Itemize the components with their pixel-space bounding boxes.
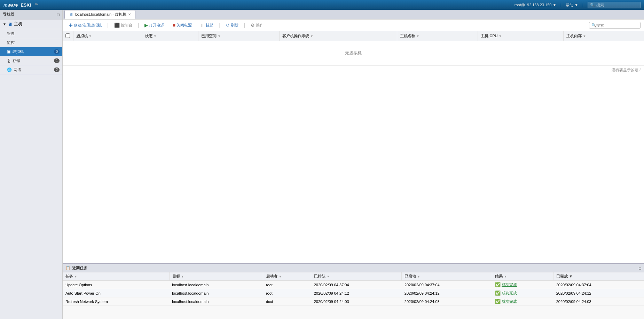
task-row[interactable]: Update Optionslocalhost.localdomainroot2… [63,281,644,289]
sort-status-icon: ▼ [154,34,157,38]
select-all-col[interactable] [63,31,73,41]
success-icon: ✅ [495,299,501,304]
task-row[interactable]: Auto Start Power Onlocalhost.localdomain… [63,289,644,297]
sidebar-item-network[interactable]: 🌐 网络 2 [0,65,62,74]
power-off-icon: ■ [173,23,175,28]
actions-label: 操作 [256,23,264,28]
pipe-separator2: | [582,3,583,7]
manage-label: 管理 [7,31,15,36]
main-tab[interactable]: 🖥 localhost.localdomain - 虚拟机 ✕ [64,10,135,19]
storage-icon: 🗄 [7,59,11,63]
sidebar-item-storage[interactable]: 🗄 存储 1 [0,56,62,65]
collapse-icon[interactable]: □ [57,12,60,17]
create-vm-button[interactable]: ✚ 创建/注册虚拟机 [66,22,104,29]
tasks-col-task[interactable]: 任务 ▼ [63,272,169,281]
host-icon: 🖥 [8,22,12,27]
task-started: 2020/02/09 04:24:12 [402,289,492,297]
recent-tasks-panel: 📋 近期任务 □ 任务 ▼ [63,263,644,319]
tasks-table-body: Update Optionslocalhost.localdomainroot2… [63,281,644,306]
tasks-col-target[interactable]: 目标 ▼ [169,272,263,281]
suspend-label: 挂起 [206,23,213,28]
sort-os-icon: ▼ [310,34,313,38]
task-result: ✅成功完成 [492,281,553,289]
sort-cpu-icon: ▼ [499,34,502,38]
tasks-col-started[interactable]: 已启动 ▼ [402,272,492,281]
console-button[interactable]: ⬛ 控制台 [111,22,135,29]
tasks-header-left: 📋 近期任务 [65,265,87,271]
main-layout: 导航器 □ ▼ 🖥 主机 管理 监控 ▣ 虚拟机 0 🗄 存储 1 [0,10,644,319]
suspend-icon: ⏸ [200,23,205,28]
esxi-label: ESXi [21,2,31,8]
col-host-cpu[interactable]: 主机 CPU ▼ [478,31,564,41]
actions-button[interactable]: ⚙ 操作 [248,22,266,29]
sidebar-item-monitor[interactable]: 监控 [0,38,62,47]
col-hostname[interactable]: 主机名称 ▼ [397,31,478,41]
vm-table-area: 虚拟机 ▼ 状态 ▼ 已用空间 [63,31,644,263]
col-hostname-label: 主机名称 [400,33,415,39]
tasks-table-container: 任务 ▼ 目标 ▼ [63,272,644,319]
tasks-table: 任务 ▼ 目标 ▼ [63,272,644,306]
table-search-icon: 🔍 [591,23,596,27]
task-initiator: dcui [263,297,311,306]
refresh-label: 刷新 [231,23,238,28]
task-target: localhost.localdomain [169,297,263,306]
table-search[interactable]: 🔍 [589,22,641,29]
tab-close-icon[interactable]: ✕ [128,13,131,16]
refresh-button[interactable]: ↺ 刷新 [223,22,241,29]
suspend-button[interactable]: ⏸ 挂起 [197,22,216,29]
task-name: Refresh Network System [63,297,169,306]
sort-hostname-icon: ▼ [416,34,419,38]
user-info[interactable]: root@192.168.23.150 ▼ [515,3,557,7]
tasks-col-queued[interactable]: 已排队 ▼ [311,272,402,281]
global-search-input[interactable] [596,3,638,7]
actions-icon: ⚙ [251,23,255,28]
task-row[interactable]: Refresh Network Systemlocalhost.localdom… [63,297,644,306]
power-off-button[interactable]: ■ 关闭电源 [170,22,195,29]
tasks-panel-header: 📋 近期任务 □ [63,264,644,272]
network-label: 网络 [14,67,21,72]
col-status[interactable]: 状态 ▼ [142,31,198,41]
task-queued: 2020/02/09 04:24:03 [311,297,402,306]
navigator-header[interactable]: 导航器 □ [0,10,62,19]
task-completed: 2020/02/09 04:24:12 [553,289,644,297]
task-started: 2020/02/09 04:37:04 [402,281,492,289]
col-vm-name[interactable]: 虚拟机 ▼ [73,31,142,41]
col-mem-label: 主机内存 [566,33,582,39]
vm-label: 虚拟机 [12,49,24,54]
power-on-button[interactable]: ▶ 打开电源 [142,22,167,29]
tasks-col-result[interactable]: 结果 ▼ [492,272,553,281]
vm-table: 虚拟机 ▼ 状态 ▼ 已用空间 [63,31,644,65]
vm-badge: 0 [54,49,60,54]
col-guest-os[interactable]: 客户机操作系统 ▼ [279,31,397,41]
tab-icon: 🖥 [69,12,73,17]
power-off-label: 关闭电源 [176,23,192,28]
sidebar-item-manage[interactable]: 管理 [0,29,62,38]
sidebar-host-parent[interactable]: ▼ 🖥 主机 [0,19,62,29]
no-items-message: 没有要显示的项 / [63,65,644,74]
refresh-icon: ↺ [226,23,230,28]
sidebar-item-vm[interactable]: ▣ 虚拟机 0 [0,47,62,56]
help-button[interactable]: 帮助 ▼ [566,2,578,8]
tab-bar: 🖥 localhost.localdomain - 虚拟机 ✕ [63,10,644,19]
no-vm-text: 无虚拟机 [65,43,641,63]
success-icon: ✅ [495,290,501,296]
table-search-input[interactable] [596,23,638,27]
vm-icon: ▣ [7,49,10,54]
success-icon: ✅ [495,282,501,287]
console-label: 控制台 [121,23,132,28]
host-arrow: ▼ [3,22,6,26]
tasks-expand-icon[interactable]: □ [639,266,641,270]
content-area: 🖥 localhost.localdomain - 虚拟机 ✕ ✚ 创建/注册虚… [63,10,644,319]
col-space-label: 已用空间 [201,33,217,39]
global-search[interactable]: 🔍 [588,2,641,8]
header-right-controls: root@192.168.23.150 ▼ | 帮助 ▼ | 🔍 [515,2,641,8]
task-name: Update Options [63,281,169,289]
tasks-col-initiator[interactable]: 启动者 ▼ [263,272,311,281]
col-cpu-label: 主机 CPU [481,33,497,39]
select-all-checkbox[interactable] [65,33,70,38]
col-used-space[interactable]: 已用空间 ▼ [198,31,280,41]
pipe-separator: | [560,3,561,7]
host-label: 主机 [14,21,22,27]
col-host-mem[interactable]: 主机内存 ▼ [564,31,644,41]
tasks-col-completed[interactable]: 已完成 ▼ [553,272,644,281]
